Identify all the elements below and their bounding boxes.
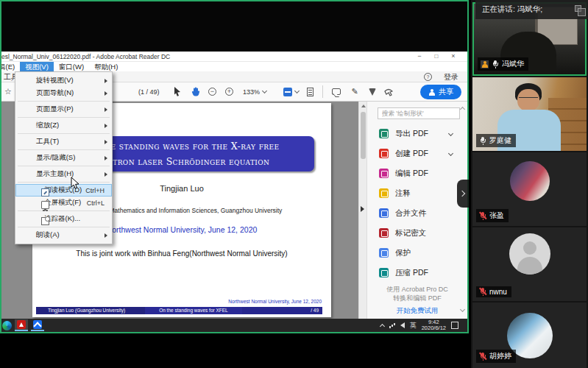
tool-protect[interactable]: 保护: [367, 243, 467, 263]
menu-item-display-theme[interactable]: 显示主题(H): [15, 168, 112, 180]
menu-item-rotate-view[interactable]: 旋转视图(V): [15, 74, 112, 87]
export-pdf-icon: [379, 129, 389, 138]
menu-item-read-out-loud[interactable]: 朗读(A): [15, 229, 112, 241]
submenu-arrow-icon: [105, 172, 107, 177]
favorite-star-icon[interactable]: ☆: [2, 82, 14, 101]
free-trial-link[interactable]: 开始免费试用: [367, 306, 467, 316]
maximize-button[interactable]: □: [429, 52, 444, 62]
chevron-down-icon[interactable]: [448, 131, 453, 136]
tools-panel: 导出 PDF 创建 PDF 编辑 PDF 注释: [366, 102, 467, 319]
menu-window[interactable]: 窗口(W): [54, 62, 89, 71]
menu-separator: [18, 210, 110, 211]
pencil-icon[interactable]: ✎: [349, 82, 361, 101]
share-button[interactable]: 共享: [420, 85, 461, 99]
tools-search-input[interactable]: [378, 107, 460, 119]
menu-separator: [18, 166, 110, 166]
layout-switch-icon[interactable]: [575, 5, 581, 12]
slide-footer-bar: Tingjian Luo (Guangzhou University) On t…: [36, 307, 322, 314]
participant-name: 罗庭健: [489, 135, 511, 146]
full-screen-icon: [41, 201, 49, 209]
tool-edit-pdf[interactable]: 编辑 PDF: [367, 163, 467, 183]
tool-redact[interactable]: 标记密文: [367, 223, 467, 243]
help-icon[interactable]: ?: [424, 73, 432, 81]
action-center-icon[interactable]: [451, 322, 458, 329]
comment-icon[interactable]: [330, 82, 343, 101]
page-indicator: (1 / 49): [138, 82, 160, 101]
participant-tile[interactable]: 胡婷婷: [472, 302, 587, 368]
participant-tile[interactable]: nwnu: [472, 227, 587, 301]
mic-on-icon: [492, 60, 499, 68]
speaking-banner: 正在讲话: 冯斌华;: [475, 0, 588, 19]
scroll-up-icon[interactable]: [361, 105, 366, 107]
scrollbar-thumb[interactable]: [361, 112, 366, 159]
send-for-review-icon[interactable]: [383, 82, 394, 101]
submenu-arrow-icon: [105, 107, 107, 112]
combine-files-icon: [379, 208, 389, 218]
chevron-down-icon[interactable]: [448, 151, 453, 156]
participant-name: 冯斌华: [502, 59, 524, 69]
menu-item-tools[interactable]: 工具(T): [15, 135, 112, 148]
menu-separator: [18, 133, 110, 134]
tracker-icon: [41, 217, 49, 225]
taskbar-clock[interactable]: 9:42 2020/6/12: [422, 319, 446, 331]
ime-indicator[interactable]: 英: [410, 321, 417, 330]
menu-edit-partial[interactable]: 辑(E): [0, 62, 20, 71]
mic-muted-icon: [479, 212, 486, 220]
zoom-level-dropdown[interactable]: 133%: [243, 82, 266, 101]
zoom-out-icon[interactable]: −: [208, 82, 216, 101]
edge-browser-icon[interactable]: [0, 319, 13, 331]
tool-create-pdf[interactable]: 创建 PDF: [367, 144, 467, 163]
create-pdf-icon: [379, 149, 389, 158]
submenu-arrow-icon: [105, 91, 107, 96]
hidden-icons-chevron-icon[interactable]: [380, 323, 385, 328]
sidebar-toggle-handle[interactable]: [457, 180, 469, 208]
menu-item-page-display[interactable]: 页面显示(P): [15, 103, 112, 116]
taskbar-acrobat-icon[interactable]: [15, 319, 28, 331]
close-button[interactable]: ×: [446, 52, 461, 62]
system-tray: 英 9:42 2020/6/12: [380, 319, 458, 332]
menu-view[interactable]: 视图(V): [20, 62, 54, 71]
participant-name-tag: nwnu: [476, 286, 511, 297]
select-tool-icon[interactable]: [171, 82, 184, 101]
participant-tile[interactable]: 罗庭健: [472, 77, 587, 151]
participant-name: 张盈: [489, 210, 504, 221]
avatar: [509, 233, 550, 275]
menu-item-page-navigation[interactable]: 页面导航(N): [15, 87, 112, 99]
chevron-down-icon: [262, 88, 267, 93]
view-dropdown-menu: 旋转视图(V) 页面导航(N) 页面显示(P) 缩放(Z) 工具(T) 显示/隐…: [15, 71, 113, 244]
toolbar-divider: [322, 85, 323, 98]
protect-shield-icon: [379, 248, 389, 258]
zoom-in-icon[interactable]: +: [225, 82, 233, 101]
menu-separator: [18, 149, 110, 150]
mic-muted-icon: [479, 353, 486, 361]
menu-item-show-hide[interactable]: 显示/隐藏(S): [15, 152, 112, 164]
tool-comment[interactable]: 注释: [367, 183, 467, 203]
menu-separator: [18, 101, 110, 102]
submenu-arrow-icon: [105, 156, 107, 160]
hand-tool-icon[interactable]: [189, 82, 202, 101]
window-title: esl_Normal_Univ_06122020.pdf - Adobe Acr…: [1, 52, 170, 62]
panel-collapse-arrow-icon[interactable]: [361, 206, 364, 212]
sign-in-button[interactable]: 登录: [444, 71, 458, 82]
network-icon[interactable]: [389, 323, 395, 328]
menu-item-read-mode[interactable]: 阅读模式(D) Ctrl+H: [15, 184, 112, 197]
panel-scroll-up-icon[interactable]: [460, 107, 465, 112]
menu-item-full-screen[interactable]: 全屏模式(F) Ctrl+L: [15, 197, 112, 209]
comment-tool-icon: [379, 188, 389, 198]
menu-bar: 辑(E) 视图(V) 窗口(W) 帮助(H): [0, 62, 467, 71]
tool-export-pdf[interactable]: 导出 PDF: [367, 124, 467, 144]
tool-compress-pdf[interactable]: 压缩 PDF: [367, 263, 467, 283]
fit-page-icon[interactable]: [283, 82, 299, 101]
page-scrolling-icon[interactable]: [305, 82, 315, 101]
taskbar-meeting-icon[interactable]: [31, 319, 44, 331]
host-icon: [481, 60, 489, 68]
volume-icon[interactable]: [400, 322, 405, 328]
minimize-button[interactable]: −: [412, 52, 427, 62]
menu-item-tracker[interactable]: 追踪器(K)...: [15, 213, 112, 225]
menu-help[interactable]: 帮助(H): [89, 62, 123, 71]
fill-sign-icon[interactable]: [366, 82, 378, 101]
participant-name-tag: 胡婷婷: [476, 350, 516, 363]
participant-tile[interactable]: 张盈: [472, 152, 587, 226]
menu-item-zoom[interactable]: 缩放(Z): [15, 119, 112, 132]
tool-combine-files[interactable]: 合并文件: [367, 203, 467, 223]
